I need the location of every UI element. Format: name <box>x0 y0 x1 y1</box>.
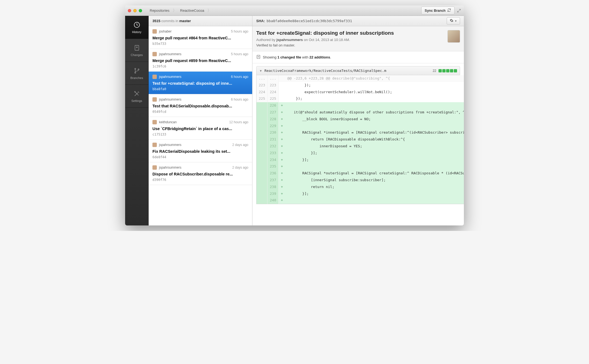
breadcrumb-repo[interactable]: ReactiveCocoa <box>177 7 207 14</box>
minimize-window-button[interactable] <box>133 9 137 12</box>
diff-code <box>285 197 464 204</box>
commit-sha: d390f76 <box>152 178 248 182</box>
file-path: ReactiveCocoaFramework/ReactiveCocoaTest… <box>264 69 386 73</box>
commit-row[interactable]: jspahrsummers6 hours agoTest that RACSer… <box>149 94 252 117</box>
diff-line: 234+ }]; <box>257 157 464 163</box>
diff-icon <box>256 55 261 60</box>
diff-line: 235+ <box>257 163 464 170</box>
diff-line: 238+ return nil; <box>257 184 464 190</box>
new-line-number: 232 <box>267 143 278 150</box>
close-window-button[interactable] <box>128 9 131 12</box>
new-line-number: 234 <box>267 157 278 163</box>
commit-title: Merge pull request #864 from ReactiveC..… <box>152 36 248 40</box>
fullscreen-icon[interactable] <box>457 8 461 13</box>
avatar <box>152 143 157 147</box>
diff-table: ......@@ -223,6 +223,28 @@ describe(@"su… <box>256 75 464 204</box>
old-line-number <box>257 177 267 184</box>
commit-row[interactable]: jspahrsummers6 hours agoTest for +create… <box>149 72 252 94</box>
sidebar: History Changes Branches Settings <box>125 16 149 225</box>
commit-row[interactable]: keithduncan12 hours agoUse `CFBridgingRe… <box>149 117 252 140</box>
new-line-number: 225 <box>267 95 278 102</box>
diff-line: 232+ innerDisposed = YES; <box>257 143 464 150</box>
sidebar-item-branches[interactable]: Branches <box>125 62 148 85</box>
chevron-right-icon: 〉 <box>207 8 211 13</box>
diff-marker <box>278 82 285 89</box>
diff-marker: + <box>278 184 285 190</box>
breadcrumb: Repositories 〉 ReactiveCocoa 〉 <box>147 7 212 14</box>
sync-branch-button[interactable]: Sync Branch <box>421 7 455 14</box>
avatar <box>152 165 157 170</box>
old-line-number <box>257 197 267 204</box>
old-line-number: 224 <box>257 89 267 96</box>
titlebar: Repositories 〉 ReactiveCocoa 〉 Sync Bran… <box>125 5 464 16</box>
commit-time: 2 days ago <box>232 143 248 147</box>
diff-line: 237+ [innerSignal subscribe:subscriber]; <box>257 177 464 184</box>
new-line-number: 238 <box>267 184 278 190</box>
commit-row[interactable]: jspahrsummers2 days agoFix RACSerialDisp… <box>149 140 252 162</box>
old-line-number: 225 <box>257 95 267 102</box>
svg-point-4 <box>138 69 139 70</box>
diff-code <box>285 102 464 109</box>
commit-list-header: 3515 commits in master <box>149 16 252 26</box>
file-diff[interactable]: ▼ ReactiveCocoaFramework/ReactiveCocoaTe… <box>252 63 464 225</box>
diff-marker: + <box>278 197 285 204</box>
commit-actions-button[interactable]: ▼ <box>447 17 460 25</box>
diff-code <box>285 163 464 170</box>
app-window: Repositories 〉 ReactiveCocoa 〉 Sync Bran… <box>125 5 464 225</box>
old-line-number <box>257 136 267 143</box>
diff-code: RACSignal *outerSignal = [RACSignal crea… <box>285 170 464 177</box>
diff-marker: + <box>278 157 285 163</box>
detail-header: SHA: bba8fa0dee0e88ece51ed1cdc30b3dc5799… <box>252 16 464 26</box>
diff-line: 239+ }]; <box>257 190 464 197</box>
file-header[interactable]: ▼ ReactiveCocoaFramework/ReactiveCocoaTe… <box>256 66 460 75</box>
gear-icon <box>450 19 453 23</box>
diff-marker <box>278 75 285 82</box>
commit-title: Use `CFBridgingRetain` in place of a cas… <box>152 127 248 131</box>
zoom-window-button[interactable] <box>139 9 142 12</box>
commit-row[interactable]: jspahrsummers2 days agoDispose of RACSub… <box>149 162 252 185</box>
diff-marker: + <box>278 170 285 177</box>
breadcrumb-root[interactable]: Repositories <box>147 7 172 14</box>
sidebar-item-settings[interactable]: Settings <box>125 85 148 108</box>
avatar <box>152 75 157 79</box>
old-line-number <box>257 150 267 157</box>
commit-author: jspahrsummers <box>159 98 181 101</box>
commit-author: jspahrsummers <box>159 52 181 56</box>
commit-row[interactable]: jspahrsummers5 hours agoMerge pull reque… <box>149 49 252 72</box>
diff-line: 229+ <box>257 123 464 130</box>
sidebar-item-changes[interactable]: Changes <box>125 39 148 62</box>
commit-row[interactable]: joshaber5 hours agoMerge pull request #8… <box>149 26 252 49</box>
diff-line: 240+ <box>257 197 464 204</box>
commit-author: jspahrsummers <box>159 166 181 169</box>
new-line-number: 240 <box>267 197 278 204</box>
diff-marker: + <box>278 190 285 197</box>
sync-branch-label: Sync Branch <box>425 9 446 13</box>
new-line-number: 231 <box>267 136 278 143</box>
old-line-number <box>257 184 267 190</box>
commits-scroll[interactable]: joshaber5 hours agoMerge pull request #8… <box>149 26 252 225</box>
old-line-number: ... <box>257 75 267 82</box>
svg-rect-6 <box>257 55 260 58</box>
commit-body: Verified to fail on master. <box>256 43 460 47</box>
diff-code: __block BOOL innerDisposed = NO; <box>285 116 464 123</box>
commit-time: 6 hours ago <box>231 98 248 101</box>
new-line-number: 230 <box>267 129 278 136</box>
sync-icon <box>447 8 451 13</box>
commit-author-line: Authored by jspahrsummers on Oct 14, 201… <box>256 38 460 42</box>
diff-line: 231+ return [RACDisposable disposableWit… <box>257 136 464 143</box>
commit-sha: 0549fcd <box>152 110 248 114</box>
commit-sha: b35e733 <box>152 42 248 46</box>
sha-value: bba8fa0dee0e88ece51ed1cdc30b3dc5799af331 <box>267 19 352 23</box>
chevron-down-icon: ▼ <box>455 20 457 22</box>
diff-code: }]; <box>285 157 464 163</box>
commit-time: 12 hours ago <box>229 120 248 124</box>
diff-marker: + <box>278 136 285 143</box>
old-line-number <box>257 143 267 150</box>
commit-author: joshaber <box>159 30 172 33</box>
disclosure-triangle-icon[interactable]: ▼ <box>259 69 262 72</box>
detail-meta: Test for +createSignal: disposing of inn… <box>252 26 464 51</box>
sidebar-item-history[interactable]: History <box>125 16 148 39</box>
commit-author: jspahrsummers <box>159 143 181 147</box>
svg-point-2 <box>135 68 136 69</box>
traffic-lights <box>128 9 142 12</box>
